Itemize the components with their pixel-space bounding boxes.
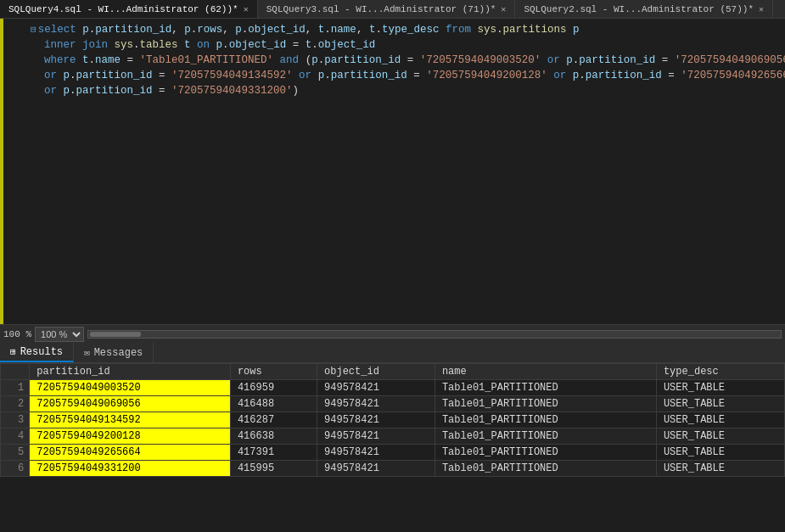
cell-name: Table01_PARTITIONED bbox=[435, 461, 656, 477]
tab-sqlquery4-close[interactable]: ✕ bbox=[244, 4, 249, 14]
sql-editor[interactable]: ⊟select p.partition_id, p.rows, p.object… bbox=[0, 19, 785, 324]
cell-type_desc: USER_TABLE bbox=[656, 461, 784, 477]
col-p-partition: p bbox=[82, 22, 89, 37]
cell-type_desc: USER_TABLE bbox=[656, 396, 784, 412]
grid-icon: ⊞ bbox=[10, 346, 16, 357]
tab-results[interactable]: ⊞ Results bbox=[0, 343, 74, 362]
cell-rows: 417391 bbox=[230, 445, 317, 461]
cell-rows: 416488 bbox=[230, 396, 317, 412]
results-table: partition_id rows object_id name type_de… bbox=[0, 363, 785, 477]
cell-name: Table01_PARTITIONED bbox=[435, 428, 656, 445]
table-row: 572057594049265664417391949578421Table01… bbox=[1, 445, 785, 461]
code-line-3: where t.name = 'Table01_PARTITIONED' and… bbox=[31, 53, 785, 68]
cell-object_id: 949578421 bbox=[317, 445, 435, 461]
code-line-1: ⊟select p.partition_id, p.rows, p.object… bbox=[31, 22, 785, 37]
table-row: 672057594049331200415995949578421Table01… bbox=[1, 461, 785, 477]
cell-name: Table01_PARTITIONED bbox=[435, 396, 656, 412]
tab-sqlquery2[interactable]: SQLQuery2.sql - WI...Administrator (57))… bbox=[515, 0, 773, 18]
cell-rows: 416959 bbox=[230, 380, 317, 396]
zoom-scroll-bar: 100 % 100 % 75 % 125 % bbox=[0, 324, 785, 343]
cell-partition_id: 72057594049331200 bbox=[30, 461, 231, 477]
msg-icon: ✉ bbox=[84, 347, 90, 358]
cell-partition_id: 72057594049200128 bbox=[30, 428, 231, 445]
results-tabs: ⊞ Results ✉ Messages bbox=[0, 343, 785, 363]
cell-object_id: 949578421 bbox=[317, 396, 435, 412]
zoom-label: 100 % bbox=[3, 329, 31, 339]
tab-messages[interactable]: ✉ Messages bbox=[74, 343, 154, 362]
tab-sqlquery4-label: SQLQuery4.sql - WI...Administrator (62))… bbox=[8, 4, 238, 14]
cell-name: Table01_PARTITIONED bbox=[435, 445, 656, 461]
cell-type_desc: USER_TABLE bbox=[656, 428, 784, 445]
code-content: ⊟select p.partition_id, p.rows, p.object… bbox=[31, 22, 785, 98]
table-header-row: partition_id rows object_id name type_de… bbox=[1, 364, 785, 380]
cell-partition_id: 72057594049069056 bbox=[30, 396, 231, 412]
results-table-container[interactable]: partition_id rows object_id name type_de… bbox=[0, 363, 785, 532]
tab-sqlquery4[interactable]: SQLQuery4.sql - WI...Administrator (62))… bbox=[0, 0, 258, 18]
zoom-dropdown[interactable]: 100 % 75 % 125 % bbox=[35, 327, 84, 342]
cell-rows: 415995 bbox=[230, 461, 317, 477]
cell-object_id: 949578421 bbox=[317, 380, 435, 396]
table-row: 272057594049069056416488949578421Table01… bbox=[1, 396, 785, 412]
tab-sqlquery3[interactable]: SQLQuery3.sql - WI...Administrator (71))… bbox=[258, 0, 516, 18]
cell-type_desc: USER_TABLE bbox=[656, 445, 784, 461]
col-header-name: name bbox=[435, 364, 656, 380]
cell-object_id: 949578421 bbox=[317, 412, 435, 428]
cell-partition_id: 72057594049134592 bbox=[30, 412, 231, 428]
cell-rows: 416638 bbox=[230, 428, 317, 445]
cell-name: Table01_PARTITIONED bbox=[435, 412, 656, 428]
cell-rownum: 2 bbox=[1, 396, 30, 412]
code-line-5: or p.partition_id = '72057594049331200') bbox=[31, 83, 785, 98]
cell-partition_id: 72057594049003520 bbox=[30, 380, 231, 396]
cell-rownum: 5 bbox=[1, 445, 30, 461]
table-row: 372057594049134592416287949578421Table01… bbox=[1, 412, 785, 428]
tab-bar: SQLQuery4.sql - WI...Administrator (62))… bbox=[0, 0, 785, 19]
code-line-2: inner join sys.tables t on p.object_id =… bbox=[31, 37, 785, 53]
tab-sqlquery2-close[interactable]: ✕ bbox=[759, 4, 764, 14]
tab-sqlquery2-label: SQLQuery2.sql - WI...Administrator (57))… bbox=[524, 4, 754, 14]
cell-rows: 416287 bbox=[230, 412, 317, 428]
scrollbar-thumb bbox=[90, 332, 141, 337]
cell-rownum: 3 bbox=[1, 412, 30, 428]
collapse-icon-1[interactable]: ⊟ bbox=[31, 22, 36, 37]
cell-object_id: 949578421 bbox=[317, 461, 435, 477]
cell-partition_id: 72057594049265664 bbox=[30, 445, 231, 461]
table-row: 172057594049003520416959949578421Table01… bbox=[1, 380, 785, 396]
bottom-panel: ⊞ Results ✉ Messages partition_id rows o… bbox=[0, 343, 785, 532]
cell-rownum: 4 bbox=[1, 428, 30, 445]
cell-object_id: 949578421 bbox=[317, 428, 435, 445]
col-header-type-desc: type_desc bbox=[656, 364, 784, 380]
cell-name: Table01_PARTITIONED bbox=[435, 380, 656, 396]
cell-type_desc: USER_TABLE bbox=[656, 380, 784, 396]
cell-type_desc: USER_TABLE bbox=[656, 412, 784, 428]
table-row: 472057594049200128416638949578421Table01… bbox=[1, 428, 785, 445]
col-header-rownum bbox=[1, 364, 30, 380]
cell-rownum: 1 bbox=[1, 380, 30, 396]
tab-sqlquery3-label: SQLQuery3.sql - WI...Administrator (71))… bbox=[266, 4, 496, 14]
cell-rownum: 6 bbox=[1, 461, 30, 477]
tab-messages-label: Messages bbox=[94, 347, 143, 359]
change-indicator bbox=[0, 19, 3, 324]
tab-sqlquery3-close[interactable]: ✕ bbox=[501, 4, 506, 14]
col-header-rows: rows bbox=[230, 364, 317, 380]
main-window: SQLQuery4.sql - WI...Administrator (62))… bbox=[0, 0, 785, 532]
horizontal-scrollbar[interactable] bbox=[87, 330, 782, 339]
tab-results-label: Results bbox=[20, 346, 63, 358]
kw-select: select bbox=[38, 22, 83, 37]
col-header-partition-id: partition_id bbox=[30, 364, 231, 380]
code-line-4: or p.partition_id = '72057594049134592' … bbox=[31, 68, 785, 83]
col-header-object-id: object_id bbox=[317, 364, 435, 380]
